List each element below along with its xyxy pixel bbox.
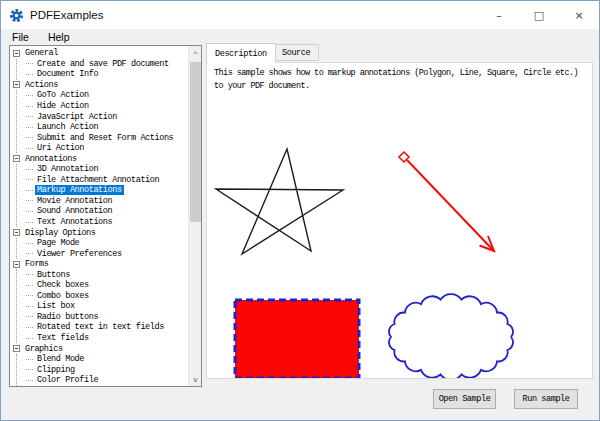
close-button[interactable]: × [559, 1, 599, 29]
tree-item[interactable]: Movie Annotation [26, 196, 187, 207]
tree-item-label[interactable]: Text Annotations [35, 217, 114, 227]
open-sample-button[interactable]: Open Sample [433, 389, 496, 409]
tree-item[interactable]: Document Info [26, 69, 187, 80]
annotations-preview [207, 63, 592, 378]
scrollbar-thumb[interactable] [190, 62, 201, 222]
tree-section-label[interactable]: Actions [23, 80, 60, 90]
star-polygon-annotation [216, 149, 343, 254]
tree-item[interactable]: File Attachment Annotation [26, 175, 187, 186]
tree-item[interactable]: 3D Annotation [26, 164, 187, 175]
tree-section[interactable]: Forms [13, 259, 187, 270]
tree-section[interactable]: Display Options [13, 227, 187, 238]
tree-item[interactable]: List box [26, 301, 187, 312]
title-bar: PDFExamples – □ × [1, 1, 599, 29]
app-gear-icon [9, 8, 24, 23]
tree-item[interactable]: Launch Action [26, 122, 187, 133]
tree-section[interactable]: Actions [13, 80, 187, 91]
collapse-minus-icon[interactable] [13, 261, 20, 268]
tree-item-label[interactable]: Buttons [35, 270, 72, 280]
tree-item[interactable]: Hide Action [26, 101, 187, 112]
tree-item[interactable]: JavaScript Action [26, 111, 187, 122]
tree: GeneralCreate and save PDF documentDocum… [13, 48, 187, 386]
tree-item-label[interactable]: GoTo Action [35, 90, 91, 100]
tree-item-label[interactable]: Radio buttons [35, 312, 100, 322]
tree-item[interactable]: Color Profile [26, 375, 187, 386]
tree-item-label[interactable]: JavaScript Action [35, 112, 119, 122]
tree-section-label[interactable]: General [23, 48, 60, 58]
tree-item-label[interactable]: Submit and Reset Form Actions [35, 133, 175, 143]
tree-item-label[interactable]: Check boxes [35, 280, 91, 290]
tab-source[interactable]: Source [273, 44, 319, 61]
tree-item[interactable]: Sound Annotation [26, 206, 187, 217]
menu-bar: File Help [1, 29, 599, 45]
tree-item-label[interactable]: Viewer Preferences [35, 249, 124, 259]
scroll-down-icon[interactable]: v [189, 372, 202, 386]
tree-section[interactable]: Graphics [13, 343, 187, 354]
tree-item-label[interactable]: Rotated text in text fields [35, 322, 166, 332]
menu-file[interactable]: File [10, 31, 31, 43]
collapse-minus-icon[interactable] [13, 155, 20, 162]
app-window: PDFExamples – □ × File Help GeneralCreat… [0, 0, 600, 421]
tree-item[interactable]: Combo boxes [26, 291, 187, 302]
menu-help[interactable]: Help [46, 31, 72, 43]
tree-section-label[interactable]: Display Options [23, 228, 98, 238]
collapse-minus-icon[interactable] [13, 81, 20, 88]
cloud-annotation [389, 294, 513, 378]
tree-item[interactable]: Text fields [26, 333, 187, 344]
tree-item-label[interactable]: File Attachment Annotation [35, 175, 161, 185]
samples-tree-panel: GeneralCreate and save PDF documentDocum… [9, 45, 202, 387]
tree-item[interactable]: GoTo Action [26, 90, 187, 101]
tab-description[interactable]: Description [206, 43, 276, 63]
tree-item-label[interactable]: Hide Action [35, 101, 91, 111]
tree-section-label[interactable]: Forms [23, 259, 51, 269]
collapse-minus-icon[interactable] [13, 229, 20, 236]
line-arrow-annotation [399, 152, 494, 251]
collapse-minus-icon[interactable] [13, 50, 20, 57]
tree-item[interactable]: Rotated text in text fields [26, 322, 187, 333]
tree-item-label[interactable]: Blend Mode [35, 354, 86, 364]
tree-item[interactable]: Check boxes [26, 280, 187, 291]
tree-item[interactable]: Buttons [26, 269, 187, 280]
tree-section[interactable]: Annotations [13, 153, 187, 164]
tree-scrollbar[interactable]: ^ v [188, 46, 201, 386]
tree-item-selected[interactable]: Markup Annotations [35, 185, 124, 195]
tree-item-label[interactable]: Color Profile [35, 375, 100, 385]
tree-item-label[interactable]: Uri Action [35, 143, 86, 153]
description-panel: This sample shows how to markup annotati… [206, 62, 593, 379]
tree-item[interactable]: Submit and Reset Form Actions [26, 132, 187, 143]
tree-item-label[interactable]: Text fields [35, 333, 91, 343]
collapse-minus-icon[interactable] [13, 345, 20, 352]
tree-item[interactable]: Text Annotations [26, 217, 187, 228]
tree-item[interactable]: Create and save PDF document [26, 59, 187, 70]
tree-item-label[interactable]: Page Mode [35, 238, 81, 248]
scroll-up-icon[interactable]: ^ [189, 46, 202, 60]
tree-section-label[interactable]: Graphics [23, 344, 65, 354]
minimize-button[interactable]: – [479, 1, 519, 29]
tree-item[interactable]: Blend Mode [26, 354, 187, 365]
tree-item-label[interactable]: Create and save PDF document [35, 59, 171, 69]
window-title: PDFExamples [30, 9, 104, 21]
tree-item-label[interactable]: Sound Annotation [35, 206, 114, 216]
tree-item[interactable]: Page Mode [26, 238, 187, 249]
tree-item-label[interactable]: Document Info [35, 69, 100, 79]
tree-item-label[interactable]: Launch Action [35, 122, 100, 132]
tree-item-label[interactable]: Clipping [35, 365, 77, 375]
tree-item-label[interactable]: List box [35, 301, 77, 311]
tree-item[interactable]: Viewer Preferences [26, 248, 187, 259]
tree-item-label[interactable]: Movie Annotation [35, 196, 114, 206]
tree-item[interactable]: Radio buttons [26, 312, 187, 323]
square-annotation [235, 300, 359, 378]
tree-item[interactable]: Uri Action [26, 143, 187, 154]
tree-item[interactable]: Clipping [26, 364, 187, 375]
tree-item-label[interactable]: Combo boxes [35, 291, 91, 301]
maximize-button[interactable]: □ [519, 1, 559, 29]
tree-section-label[interactable]: Annotations [23, 154, 79, 164]
tree-item[interactable]: Markup Annotations [26, 185, 187, 196]
run-sample-button[interactable]: Run sample [514, 389, 578, 409]
tree-item-label[interactable]: 3D Annotation [35, 164, 100, 174]
tree-section[interactable]: General [13, 48, 187, 59]
